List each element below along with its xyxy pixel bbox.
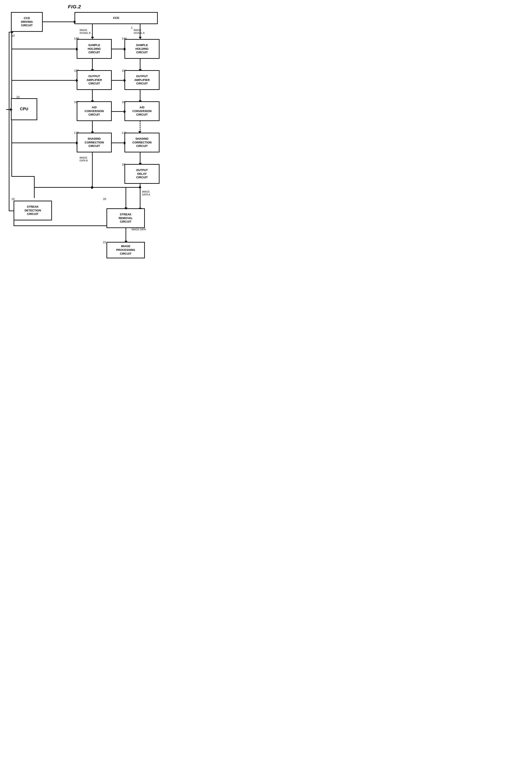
amp-a-to-adc-a [140,90,141,101]
sample-b-to-a-arrow [112,49,124,49]
left-to-left-lower [11,176,34,177]
to-cpu-arrow [6,109,10,110]
sample-b-box: SAMPLE HOLDING CIRCUIT [77,39,112,59]
ref-19: 19 [11,197,14,201]
shading-b-down [92,152,93,188]
amp-a-box: OUTPUT AMPLIFIER CIRCUIT [124,70,159,90]
to-streak-remove-top [125,188,126,208]
ccd-to-sample-b-line [92,24,93,37]
ccd-box: CCD [75,12,158,24]
adc-b-to-a-arrow [112,111,124,112]
ccd-to-sample-a-line [140,24,141,37]
left-to-shading-b [11,143,76,143]
image-proc-box: IMAGE PROCESSING CIRCUIT [107,242,145,258]
amp-b-to-a-arrow [112,80,124,81]
image-signal-b-label: IMAGE SIGNAL B [80,26,90,35]
streak-detect-loop-to-main [9,32,11,32]
image-data-a-label: IMAGE DATA A [142,188,150,196]
shading-a-to-delay [140,152,141,163]
streak-detect-box: STREAK DETECTION CIRCUIT [13,201,52,220]
adc-a-box: A/D CONVERSION CIRCUIT [124,101,159,121]
left-to-sample-b [11,49,76,49]
ccd-driving-box: CCD DRIVING CIRCUIT [11,12,43,32]
sample-a-box: SAMPLE HOLDING CIRCUIT [124,39,159,59]
shading-b-to-a-arrow [112,143,124,143]
image-data-b-label: IMAGE DATA B [80,153,88,162]
delay-to-merge [92,187,140,188]
cpu-box: CPU [11,98,37,120]
diagram: FIG.2 CCD CCD DRIVING CIRCUIT 13 1 IMAGE… [0,0,175,259]
ccd-driving-to-ccd-arrow [43,22,74,22]
streak-detect-loop-vert [9,32,9,211]
adc-b-to-shading-b [92,121,93,132]
streak-remove-to-image-proc [125,228,126,241]
left-to-amp-b [11,80,76,81]
adc-b-box: A/D CONVERSION CIRCUIT [77,101,112,121]
adc-a-to-shading-a-line [140,121,141,132]
amp-b-box: OUTPUT AMPLIFIER CIRCUIT [77,70,112,90]
shading-a-box: SHADING CORRECTION CIRCUIT [124,133,159,152]
ref-1: 1 [131,26,132,29]
cpu-down-extra [11,120,12,176]
output-delay-box: OUTPUT DELAY CIRCUIT [124,164,159,184]
streak-detect-left-down [13,211,14,226]
left-vert-lower [34,176,35,198]
figure-title: FIG.2 [68,4,81,10]
sample-a-to-amp-a [140,59,141,70]
streak-detect-loop-top [9,211,13,211]
ref-20: 20 [103,197,106,201]
image-signal-a-label: IMAGE SIGNAL A [134,26,145,35]
junction-to-streak-remove [140,188,141,208]
shading-b-to-streak-detect [34,187,91,188]
image-data-label: IMAGE DATA [131,228,146,231]
sample-b-to-amp-b [92,59,93,70]
streak-remove-box: STREAK REMOVAL CIRCUIT [107,208,145,228]
ref-22: 22 [17,95,20,99]
amp-b-to-adc-b [92,90,93,101]
shading-b-box: SHADING CORRECTION CIRCUIT [77,133,112,152]
ref-21: 21 [103,241,106,244]
